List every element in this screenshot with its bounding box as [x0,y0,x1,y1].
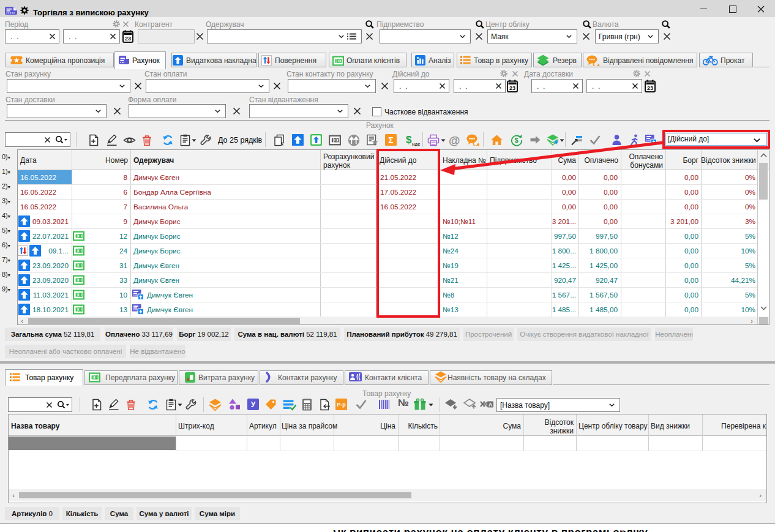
svg-text:23: 23 [509,85,515,91]
svg-text:Σ: Σ [388,135,393,145]
svg-text:У: У [251,400,256,409]
svg-text:ндс: ндс [412,141,420,146]
svg-text:P-p: P-p [337,402,346,408]
svg-text:$: $ [406,134,412,146]
svg-text:23: 23 [647,85,653,91]
svg-text:23: 23 [125,36,131,42]
svg-text:A: A [489,402,492,408]
